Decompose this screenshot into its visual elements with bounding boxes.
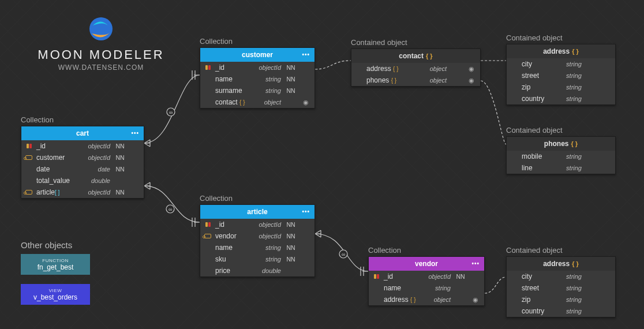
address1-header[interactable]: address{ } xyxy=(507,44,615,58)
field-name: phones { } xyxy=(366,76,415,84)
address2-header[interactable]: address{ } xyxy=(507,257,615,271)
field-row[interactable]: skustringNN xyxy=(200,253,314,265)
function-button[interactable]: FUNCTION fn_get_best xyxy=(21,254,90,275)
key-icon xyxy=(205,222,211,227)
phones-header[interactable]: phones{ } xyxy=(507,137,615,151)
field-row[interactable]: countrystring xyxy=(507,93,615,104)
field-row[interactable]: streetstring xyxy=(507,282,615,294)
field-row[interactable]: vendorobjectIdNN xyxy=(200,230,314,242)
cart-rows: _idobjectIdNNcustomerobjectIdNNdatedateN… xyxy=(21,140,144,198)
field-type: object xyxy=(419,65,447,72)
field-row[interactable]: _idobjectIdNN xyxy=(200,62,314,73)
menu-icon[interactable]: ••• xyxy=(302,48,310,62)
field-row[interactable]: total_valuedouble xyxy=(21,175,144,186)
field-type: object xyxy=(423,296,451,303)
field-name: contact { } xyxy=(215,98,250,106)
table-article[interactable]: article••• _idobjectIdNNvendorobjectIdNN… xyxy=(200,204,315,277)
contact-rows: address { }object◉phones { }object◉ xyxy=(351,63,480,86)
view-button[interactable]: VIEW v_best_orders xyxy=(21,284,90,305)
contact-label: Contained object xyxy=(351,38,407,47)
field-row[interactable]: pricedouble xyxy=(200,265,314,276)
field-type: object xyxy=(253,99,281,106)
field-nn: NN xyxy=(114,189,126,196)
customer-header[interactable]: customer••• xyxy=(200,48,314,62)
table-vendor[interactable]: vendor••• _idobjectIdNNnamestringaddress… xyxy=(368,256,485,306)
field-row[interactable]: address { }object◉ xyxy=(369,294,484,305)
article-header[interactable]: article••• xyxy=(200,205,314,219)
address1-rows: citystringstreetstringzipstringcountryst… xyxy=(507,58,615,104)
field-type: objectId xyxy=(83,189,110,196)
field-nn: NN xyxy=(284,87,297,94)
field-row[interactable]: phones { }object◉ xyxy=(351,74,480,86)
obj-phones[interactable]: phones{ } mobilestringlinestring xyxy=(506,136,616,174)
field-type: date xyxy=(83,166,110,173)
field-row[interactable]: customerobjectIdNN xyxy=(21,152,144,163)
field-row[interactable]: contact { }object◉ xyxy=(200,96,314,108)
table-cart[interactable]: cart••• _idobjectIdNNcustomerobjectIdNNd… xyxy=(21,126,144,199)
link-icon xyxy=(25,155,32,160)
field-name: mobile xyxy=(522,152,551,160)
obj-address1[interactable]: address{ } citystringstreetstringzipstri… xyxy=(506,44,616,105)
table-customer[interactable]: customer••• _idobjectIdNNnamestringNNsur… xyxy=(200,47,315,109)
field-row[interactable]: namestringNN xyxy=(200,73,314,85)
field-row[interactable]: datedateNN xyxy=(21,163,144,175)
link-icon xyxy=(204,234,211,238)
obj-contact[interactable]: contact{ } address { }object◉phones { }o… xyxy=(351,48,481,87)
field-row[interactable]: zipstring xyxy=(507,294,615,305)
field-type: string xyxy=(423,285,451,291)
field-name: street xyxy=(522,284,551,292)
field-row[interactable]: surnamestringNN xyxy=(200,85,314,96)
eye-icon[interactable]: ◉ xyxy=(301,99,311,106)
field-row[interactable]: linestring xyxy=(507,162,615,174)
field-name: article[ ] xyxy=(36,188,79,196)
field-row[interactable]: zipstring xyxy=(507,81,615,93)
menu-icon[interactable]: ••• xyxy=(131,126,139,140)
menu-icon[interactable]: ••• xyxy=(471,257,480,271)
field-type: string xyxy=(554,84,582,91)
field-type: string xyxy=(253,256,281,263)
eye-icon[interactable]: ◉ xyxy=(466,77,477,84)
field-row[interactable]: address { }object◉ xyxy=(351,63,480,74)
eye-icon[interactable]: ◉ xyxy=(466,65,477,73)
field-row[interactable]: citystring xyxy=(507,271,615,282)
field-type: string xyxy=(253,87,281,94)
field-row[interactable]: citystring xyxy=(507,58,615,70)
cart-header[interactable]: cart••• xyxy=(21,126,144,140)
field-row[interactable]: streetstring xyxy=(507,70,615,81)
field-type: string xyxy=(554,285,582,291)
field-row[interactable]: namestring xyxy=(369,282,484,294)
other-objects-title: Other objects xyxy=(21,240,72,250)
field-row[interactable]: article[ ]objectIdNN xyxy=(21,186,144,198)
field-row[interactable]: namestringNN xyxy=(200,242,314,253)
field-name: address { } xyxy=(384,296,420,304)
eye-icon[interactable]: ◉ xyxy=(470,296,481,304)
field-nn: NN xyxy=(114,154,126,161)
field-name: _id xyxy=(384,272,420,281)
menu-icon[interactable]: ••• xyxy=(302,205,310,219)
field-type: string xyxy=(554,308,582,315)
phones-label: Contained object xyxy=(506,126,563,134)
address2-label: Contained object xyxy=(506,246,563,255)
vendor-header[interactable]: vendor••• xyxy=(369,257,484,271)
function-name: fn_get_best xyxy=(38,263,74,271)
field-nn: NN xyxy=(284,76,297,83)
braces-icon: { } xyxy=(572,48,579,55)
logo-icon xyxy=(88,16,114,42)
field-name: name xyxy=(215,75,250,83)
field-nn: NN xyxy=(284,244,297,251)
field-row[interactable]: countrystring xyxy=(507,305,615,317)
field-name: address { } xyxy=(366,65,415,73)
function-type: FUNCTION xyxy=(42,258,68,263)
field-row[interactable]: mobilestring xyxy=(507,151,615,162)
field-type: string xyxy=(253,244,281,251)
obj-address2[interactable]: address{ } citystringstreetstringzipstri… xyxy=(506,256,616,317)
contact-header[interactable]: contact{ } xyxy=(351,49,480,63)
field-row[interactable]: _idobjectIdNN xyxy=(21,140,144,152)
field-type: objectId xyxy=(253,64,281,71)
field-nn: NN xyxy=(284,221,297,228)
field-type: objectId xyxy=(83,143,110,149)
field-nn: NN xyxy=(284,64,297,71)
field-row[interactable]: _idobjectIdNN xyxy=(369,271,484,282)
field-name: city xyxy=(522,60,551,68)
field-row[interactable]: _idobjectIdNN xyxy=(200,219,314,230)
